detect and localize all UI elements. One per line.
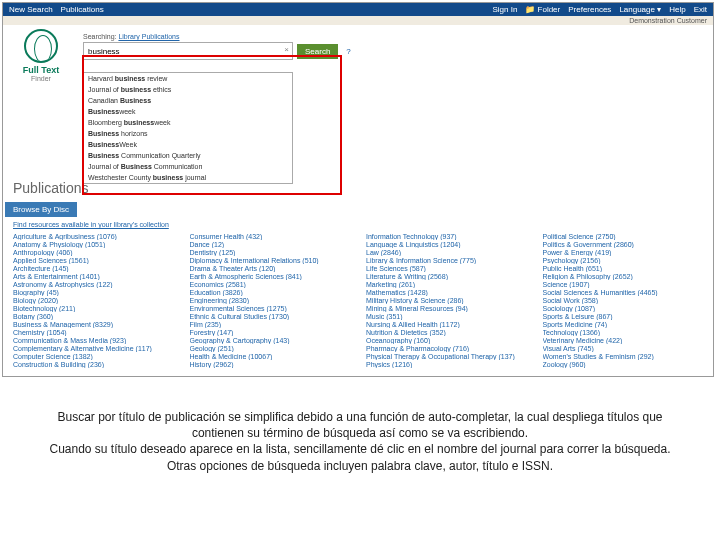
discipline-link[interactable]: Veterinary Medicine (422) (543, 336, 704, 344)
discipline-link[interactable]: Sports Medicine (74) (543, 320, 704, 328)
discipline-link[interactable]: Sociology (1087) (543, 304, 704, 312)
discipline-link[interactable]: Literature & Writing (2568) (366, 272, 527, 280)
discipline-link[interactable]: Construction & Building (236) (13, 360, 174, 368)
discipline-grid: Agriculture & Agribusiness (1076)Anatomy… (3, 230, 713, 376)
discipline-link[interactable]: Earth & Atmospheric Sciences (841) (190, 272, 351, 280)
discipline-link[interactable]: Arts & Entertainment (1401) (13, 272, 174, 280)
app-frame: New SearchPublications Sign In📁 FolderPr… (2, 2, 714, 377)
discipline-link[interactable]: Economics (2581) (190, 280, 351, 288)
discipline-link[interactable]: Military History & Science (286) (366, 296, 527, 304)
discipline-link[interactable]: Language & Linguistics (1204) (366, 240, 527, 248)
discipline-link[interactable]: Forestry (147) (190, 328, 351, 336)
discipline-link[interactable]: Education (3826) (190, 288, 351, 296)
context-link[interactable]: Library Publications (118, 33, 179, 40)
nav-preferences[interactable]: Preferences (568, 5, 611, 14)
discipline-link[interactable]: Library & Information Science (775) (366, 256, 527, 264)
discipline-link[interactable]: Technology (1366) (543, 328, 704, 336)
suggestion-item[interactable]: Westchester County business journal (84, 172, 292, 183)
discipline-link[interactable]: Religion & Philosophy (2652) (543, 272, 704, 280)
discipline-link[interactable]: Zoology (960) (543, 360, 704, 368)
discipline-link[interactable]: Mathematics (1428) (366, 288, 527, 296)
discipline-link[interactable]: Anatomy & Physiology (1051) (13, 240, 174, 248)
discipline-link[interactable]: Dance (12) (190, 240, 351, 248)
discipline-link[interactable]: Social Sciences & Humanities (4465) (543, 288, 704, 296)
suggestion-item[interactable]: Business Communication Quarterly (84, 150, 292, 161)
help-icon[interactable]: ? (346, 47, 350, 56)
discipline-link[interactable]: Politics & Government (2860) (543, 240, 704, 248)
discipline-link[interactable]: Computer Science (1382) (13, 352, 174, 360)
clear-icon[interactable]: × (284, 45, 289, 54)
discipline-link[interactable]: Power & Energy (419) (543, 248, 704, 256)
discipline-link[interactable]: Film (235) (190, 320, 351, 328)
discipline-link[interactable]: Oceanography (160) (366, 336, 527, 344)
discipline-link[interactable]: Physics (1216) (366, 360, 527, 368)
discipline-link[interactable]: Information Technology (937) (366, 232, 527, 240)
discipline-link[interactable]: Architecture (145) (13, 264, 174, 272)
discipline-link[interactable]: Music (351) (366, 312, 527, 320)
browse-tab[interactable]: Browse By Disc (5, 202, 77, 217)
nav-help[interactable]: Help (669, 5, 685, 14)
caption-p2: Cuando su título deseado aparece en la l… (40, 441, 680, 457)
search-input[interactable] (83, 42, 293, 60)
discipline-link[interactable]: Life Sciences (587) (366, 264, 527, 272)
discipline-link[interactable]: Women's Studies & Feminism (292) (543, 352, 704, 360)
discipline-link[interactable]: Psychology (2156) (543, 256, 704, 264)
discipline-link[interactable]: Political Science (2750) (543, 232, 704, 240)
nav-new-search[interactable]: New Search (9, 5, 53, 14)
discipline-link[interactable]: Geography & Cartography (143) (190, 336, 351, 344)
suggestion-item[interactable]: Journal of business ethics (84, 84, 292, 95)
search-button[interactable]: Search (297, 44, 338, 59)
discipline-link[interactable]: Dentistry (125) (190, 248, 351, 256)
discipline-link[interactable]: Science (1907) (543, 280, 704, 288)
discipline-link[interactable]: Engineering (2830) (190, 296, 351, 304)
nav--folder[interactable]: 📁 Folder (525, 5, 560, 14)
nav-publications[interactable]: Publications (61, 5, 104, 14)
discipline-link[interactable]: Public Health (651) (543, 264, 704, 272)
discipline-link[interactable]: Anthropology (406) (13, 248, 174, 256)
logo-text-2: Finder (11, 75, 71, 82)
discipline-link[interactable]: Applied Sciences (1561) (13, 256, 174, 264)
discipline-link[interactable]: History (2962) (190, 360, 351, 368)
autocomplete-dropdown: Harvard business reviewJournal of busine… (83, 72, 293, 184)
suggestion-item[interactable]: Businessweek (84, 106, 292, 117)
discipline-link[interactable]: Ethnic & Cultural Studies (1730) (190, 312, 351, 320)
nav-language-[interactable]: Language ▾ (619, 5, 661, 14)
nav-exit[interactable]: Exit (694, 5, 707, 14)
discipline-link[interactable]: Communication & Mass Media (923) (13, 336, 174, 344)
suggestion-item[interactable]: Canadian Business (84, 95, 292, 106)
discipline-link[interactable]: Marketing (261) (366, 280, 527, 288)
discipline-link[interactable]: Business & Management (8329) (13, 320, 174, 328)
discipline-link[interactable]: Pharmacy & Pharmacology (716) (366, 344, 527, 352)
discipline-link[interactable]: Biotechnology (211) (13, 304, 174, 312)
discipline-link[interactable]: Complementary & Alternative Medicine (11… (13, 344, 174, 352)
search-area: Searching: Library Publications × Harvar… (83, 33, 351, 60)
nav-sign-in[interactable]: Sign In (492, 5, 517, 14)
caption: Buscar por título de publicación se simp… (0, 379, 720, 482)
discipline-link[interactable]: Biology (2020) (13, 296, 174, 304)
discipline-link[interactable]: Consumer Health (432) (190, 232, 351, 240)
discipline-link[interactable]: Astronomy & Astrophysics (122) (13, 280, 174, 288)
discipline-link[interactable]: Biography (45) (13, 288, 174, 296)
suggestion-item[interactable]: BusinessWeek (84, 139, 292, 150)
discipline-link[interactable]: Social Work (358) (543, 296, 704, 304)
search-context: Searching: Library Publications (83, 33, 351, 40)
discipline-link[interactable]: Geology (251) (190, 344, 351, 352)
discipline-link[interactable]: Health & Medicine (10067) (190, 352, 351, 360)
discipline-link[interactable]: Nursing & Allied Health (1172) (366, 320, 527, 328)
discipline-link[interactable]: Physical Therapy & Occupational Therapy … (366, 352, 527, 360)
discipline-link[interactable]: Diplomacy & International Relations (510… (190, 256, 351, 264)
suggestion-item[interactable]: Journal of Business Communication (84, 161, 292, 172)
discipline-link[interactable]: Environmental Sciences (1275) (190, 304, 351, 312)
suggestion-item[interactable]: Harvard business review (84, 73, 292, 84)
suggestion-item[interactable]: Bloomberg businessweek (84, 117, 292, 128)
discipline-link[interactable]: Agriculture & Agribusiness (1076) (13, 232, 174, 240)
discipline-link[interactable]: Nutrition & Dietetics (352) (366, 328, 527, 336)
discipline-link[interactable]: Law (2846) (366, 248, 527, 256)
discipline-link[interactable]: Chemistry (1054) (13, 328, 174, 336)
discipline-link[interactable]: Drama & Theater Arts (120) (190, 264, 351, 272)
discipline-link[interactable]: Visual Arts (745) (543, 344, 704, 352)
discipline-link[interactable]: Mining & Mineral Resources (94) (366, 304, 527, 312)
suggestion-item[interactable]: Business horizons (84, 128, 292, 139)
discipline-link[interactable]: Botany (360) (13, 312, 174, 320)
discipline-link[interactable]: Sports & Leisure (867) (543, 312, 704, 320)
